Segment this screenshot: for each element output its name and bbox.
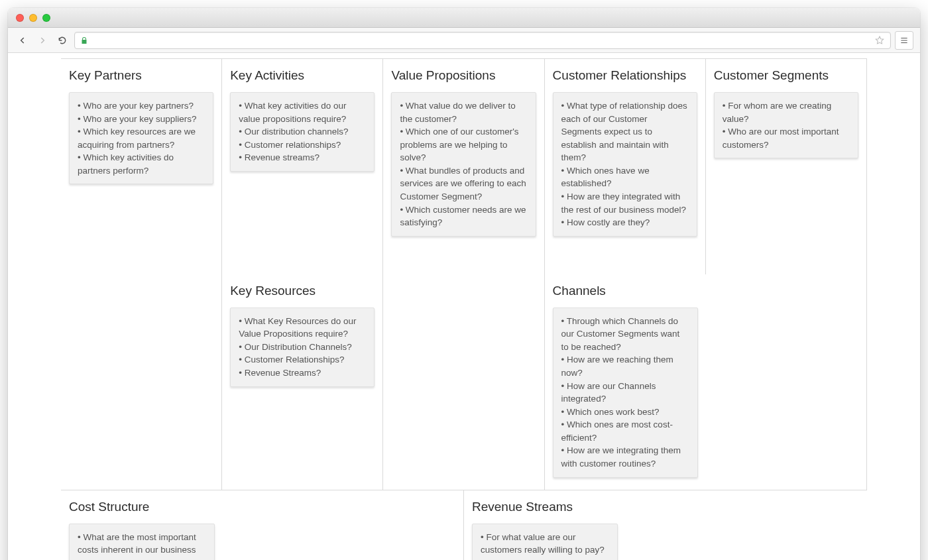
card-line: • What key activities do our value propo… [239, 99, 366, 125]
card-revenue-streams[interactable]: • For what value are our customers reall… [472, 524, 618, 561]
card-line: • Customer Relationships? [239, 353, 366, 366]
card-line: • What are the most important costs inhe… [78, 531, 206, 561]
traffic-lights [16, 14, 50, 22]
card-line: • What type of relationship does each of… [561, 99, 689, 164]
minimize-icon[interactable] [29, 14, 37, 22]
card-line: • What value do we deliver to the custom… [400, 99, 527, 125]
cell-key-partners: Key Partners • Who are your key partners… [61, 59, 222, 490]
cell-key-resources: Key Resources • What Key Resources do ou… [222, 274, 383, 490]
heading-key-activities: Key Activities [230, 68, 375, 83]
card-line: • Through which Channels do our Customer… [561, 315, 689, 354]
card-line: • What bundles of products and services … [400, 164, 527, 203]
card-line: • Which key resources are we acquiring f… [78, 125, 205, 151]
cell-value-propositions: Value Propositions • What value do we de… [383, 59, 544, 490]
heading-cost-structure: Cost Structure [69, 500, 455, 514]
heading-key-resources: Key Resources [230, 284, 375, 298]
browser-toolbar [8, 28, 920, 53]
card-line: • How are our Channels integrated? [561, 380, 689, 406]
card-customer-relationships[interactable]: • What type of relationship does each of… [553, 92, 697, 237]
card-line: • How are we integrating them with custo… [561, 444, 689, 470]
card-line: • Customer relationships? [239, 139, 366, 152]
card-line: • Which ones are most cost-efficient? [561, 418, 689, 444]
card-line: • Our distribution channels? [239, 125, 366, 139]
cell-customer-relationships: Customer Relationships • What type of re… [545, 59, 706, 274]
cell-channels: Channels • Through which Channels do our… [545, 274, 706, 490]
card-line: • Our Distribution Channels? [239, 341, 366, 354]
heading-customer-segments: Customer Segments [714, 68, 858, 83]
reload-button[interactable] [54, 32, 70, 48]
cell-revenue-streams: Revenue Streams • For what value are our… [464, 490, 867, 561]
heading-value-propositions: Value Propositions [391, 68, 536, 83]
card-line: • For what value are our customers reall… [481, 531, 609, 557]
cell-cost-structure: Cost Structure • What are the most impor… [61, 490, 464, 561]
card-cost-structure[interactable]: • What are the most important costs inhe… [69, 524, 215, 561]
card-line: • Who are our most important customers? [723, 125, 850, 151]
card-line: • Which one of our customer's problems a… [400, 125, 527, 164]
card-line: • How costly are they? [561, 216, 689, 229]
bookmark-star-icon[interactable] [874, 35, 885, 46]
card-line: • How are we reaching them now? [561, 353, 689, 379]
card-line: • Revenue streams? [239, 151, 366, 164]
card-line: • For what do they currently pay? [481, 557, 609, 560]
heading-revenue-streams: Revenue Streams [472, 500, 859, 514]
card-line: • For whom are we creating value? [723, 99, 850, 125]
cell-customer-segments: Customer Segments • For whom are we crea… [706, 59, 867, 490]
card-line: • Who are your key suppliers? [78, 113, 205, 126]
card-line: • Who are your key partners? [78, 99, 205, 113]
title-bar [8, 8, 920, 28]
card-customer-segments[interactable]: • For whom are we creating value?• Who a… [714, 92, 858, 158]
card-key-activities[interactable]: • What key activities do our value propo… [230, 92, 375, 172]
close-icon[interactable] [16, 14, 24, 22]
card-line: • How are they integrated with the rest … [561, 190, 689, 216]
card-value-propositions[interactable]: • What value do we deliver to the custom… [391, 92, 536, 237]
card-line: • Which ones have we established? [561, 164, 689, 190]
card-line: • What Key Resources do our Value Propos… [239, 315, 366, 341]
address-bar[interactable] [74, 32, 891, 49]
hamburger-menu-icon[interactable] [895, 31, 913, 50]
lock-icon [80, 36, 88, 44]
cell-key-activities: Key Activities • What key activities do … [222, 59, 383, 274]
card-line: • Which key activities do partners perfo… [78, 151, 205, 177]
page-content: Key Partners • Who are your key partners… [8, 53, 920, 560]
canvas-top-row: Key Partners • Who are your key partners… [61, 58, 867, 490]
canvas-bottom-row: Cost Structure • What are the most impor… [61, 490, 867, 561]
card-line: • Revenue Streams? [239, 366, 366, 380]
heading-customer-relationships: Customer Relationships [553, 68, 697, 83]
back-button[interactable] [15, 32, 30, 48]
heading-channels: Channels [553, 284, 698, 298]
forward-button[interactable] [34, 32, 50, 48]
card-line: • Which ones work best? [561, 406, 689, 419]
browser-window: Key Partners • Who are your key partners… [8, 8, 920, 560]
card-line: • Which customer needs are we satisfying… [400, 203, 527, 229]
maximize-icon[interactable] [42, 14, 50, 22]
card-channels[interactable]: • Through which Channels do our Customer… [553, 308, 698, 478]
card-key-partners[interactable]: • Who are your key partners?• Who are yo… [69, 92, 213, 184]
card-key-resources[interactable]: • What Key Resources do our Value Propos… [230, 308, 375, 387]
heading-key-partners: Key Partners [69, 68, 213, 83]
business-model-canvas: Key Partners • Who are your key partners… [61, 53, 867, 560]
